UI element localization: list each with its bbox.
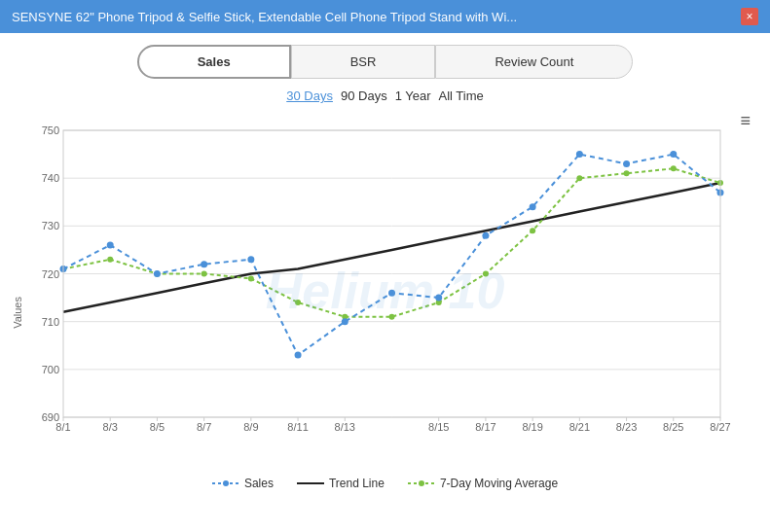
legend-moving-avg: 7-Day Moving Average	[408, 477, 558, 490]
legend-sales: Sales	[212, 477, 274, 490]
tab-review-count[interactable]: Review Count	[435, 45, 633, 79]
legend-moving-avg-icon	[408, 479, 435, 488]
window-title: SENSYNE 62" Phone Tripod & Selfie Stick,…	[12, 10, 517, 24]
title-bar: SENSYNE 62" Phone Tripod & Selfie Stick,…	[0, 0, 770, 33]
svg-point-1	[223, 480, 229, 486]
filter-30days[interactable]: 30 Days	[286, 89, 333, 103]
chart-container: Values ≡ Helium 10	[19, 111, 751, 471]
legend-trend-icon	[297, 479, 324, 488]
legend-sales-label: Sales	[244, 477, 274, 490]
legend-trend-label: Trend Line	[329, 477, 385, 490]
close-button[interactable]: ×	[741, 8, 758, 25]
filter-1year[interactable]: 1 Year	[395, 89, 431, 103]
y-axis-label: Values	[12, 297, 23, 329]
time-filter-row: 30 Days 90 Days 1 Year All Time	[0, 85, 770, 111]
legend-trend: Trend Line	[297, 477, 385, 490]
chart-canvas	[19, 111, 750, 456]
tab-bsr[interactable]: BSR	[291, 45, 436, 79]
filter-90days[interactable]: 90 Days	[341, 89, 387, 103]
legend-row: Sales Trend Line 7-Day Moving Average	[0, 471, 770, 494]
filter-alltime[interactable]: All Time	[439, 89, 484, 103]
chart-menu-icon[interactable]: ≡	[740, 111, 751, 131]
svg-point-4	[419, 480, 424, 486]
legend-moving-avg-label: 7-Day Moving Average	[440, 477, 558, 490]
legend-sales-icon	[212, 479, 239, 488]
tabs-row: Sales BSR Review Count	[0, 33, 770, 85]
tab-sales[interactable]: Sales	[137, 45, 291, 79]
